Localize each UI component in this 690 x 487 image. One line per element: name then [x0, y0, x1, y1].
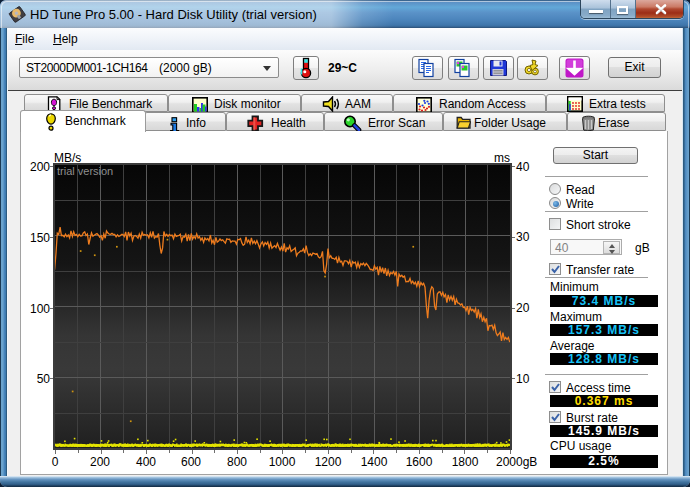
svg-text:trial version: trial version — [57, 165, 113, 177]
